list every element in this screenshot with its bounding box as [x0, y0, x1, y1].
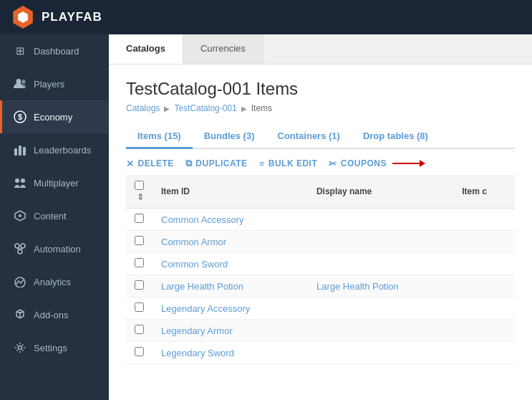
item-id-link-0[interactable]: Common Accessory [161, 214, 244, 225]
delete-icon: ✕ [126, 158, 135, 169]
duplicate-button[interactable]: ⧉ DUPLICATE [185, 158, 248, 169]
row-display-name-4 [308, 297, 453, 320]
row-item-class-1 [453, 231, 515, 253]
sidebar-item-multiplayer[interactable]: Multiplayer [0, 166, 109, 199]
row-checkbox-0[interactable] [135, 214, 144, 223]
row-checkbox-2[interactable] [135, 258, 144, 267]
row-item-id-4: Legendary Accessory [153, 297, 308, 320]
tab-currencies[interactable]: Currencies [183, 34, 263, 64]
sub-tab-bundles[interactable]: Bundles (3) [193, 125, 266, 149]
select-all-checkbox[interactable] [135, 181, 144, 190]
sub-tab-droptables[interactable]: Drop tables (8) [352, 125, 440, 149]
row-checkbox-6[interactable] [135, 347, 144, 356]
toolbar: ✕ DELETE ⧉ DUPLICATE ≡ BULK EDIT ✂ COUPO… [126, 149, 515, 175]
duplicate-label: DUPLICATE [195, 158, 247, 168]
row-item-id-1: Common Armor [153, 231, 308, 253]
table-body: Common Accessory Common Armor Common Swo… [126, 209, 515, 364]
row-display-name-1 [308, 231, 453, 253]
row-item-class-5 [453, 320, 515, 342]
svg-point-11 [21, 244, 25, 248]
row-checkbox-1[interactable] [135, 236, 144, 245]
row-checkbox-3[interactable] [135, 280, 144, 290]
tab-catalogs[interactable]: Catalogs [109, 34, 183, 64]
sidebar-item-automation[interactable]: Automation [0, 232, 109, 265]
addons-icon [14, 308, 26, 321]
leaderboards-icon [14, 143, 26, 156]
multiplayer-icon [14, 176, 26, 189]
row-checkbox-5[interactable] [135, 325, 144, 334]
analytics-icon [14, 275, 26, 288]
main-layout: ⊞ Dashboard Players $ E [0, 34, 532, 400]
row-display-name-6 [308, 342, 453, 364]
page-content: TestCatalog-001 Items Catalogs ▶ TestCat… [109, 65, 532, 400]
row-display-name-2 [308, 253, 453, 275]
item-id-link-3[interactable]: Large Health Potion [161, 281, 243, 292]
svg-point-1 [22, 80, 26, 84]
row-item-class-0 [453, 209, 515, 231]
table-row: Common Sword [126, 253, 515, 275]
coupons-button[interactable]: ✂ COUPONS [329, 158, 387, 169]
table-row: Common Armor [126, 231, 515, 253]
playfab-logo-icon [11, 6, 34, 29]
table-row: Legendary Sword [126, 342, 515, 364]
th-item-id[interactable]: Item ID [153, 175, 308, 209]
breadcrumb-sep-1: ▶ [164, 105, 170, 113]
item-id-link-6[interactable]: Legendary Sword [161, 348, 234, 358]
breadcrumb-items: Items [251, 103, 272, 113]
content-icon [14, 209, 26, 222]
sub-tab-containers[interactable]: Containers (1) [266, 125, 352, 149]
th-display-name-label: Display name [316, 186, 372, 196]
sidebar-label-economy: Economy [34, 112, 72, 123]
svg-point-7 [15, 178, 19, 183]
sidebar-item-settings[interactable]: Settings [0, 331, 109, 364]
row-item-id-6: Legendary Sword [153, 342, 308, 364]
sidebar-label-addons: Add-ons [34, 310, 68, 320]
svg-point-12 [18, 249, 22, 254]
breadcrumb-catalog-001[interactable]: TestCatalog-001 [174, 103, 236, 113]
svg-line-14 [20, 248, 23, 249]
item-id-link-2[interactable]: Common Sword [161, 259, 228, 270]
sidebar-item-players[interactable]: Players [0, 67, 109, 100]
sidebar-label-dashboard: Dashboard [34, 46, 79, 57]
content-area: Catalogs Currencies TestCatalog-001 Item… [109, 34, 532, 400]
top-header: PLAYFAB [0, 0, 532, 34]
sidebar-item-analytics[interactable]: Analytics [0, 265, 109, 298]
row-checkbox-4[interactable] [135, 303, 144, 312]
sidebar-label-content: Content [34, 211, 67, 222]
th-checkbox: ⇕ [126, 175, 153, 209]
delete-button[interactable]: ✕ DELETE [126, 158, 174, 169]
row-item-class-6 [453, 342, 515, 364]
row-display-name-5 [308, 320, 453, 342]
arrow-line [392, 163, 421, 164]
sidebar: ⊞ Dashboard Players $ E [0, 34, 109, 400]
sidebar-item-addons[interactable]: Add-ons [0, 298, 109, 331]
table-header-row: ⇕ Item ID Display name Item c [126, 175, 515, 209]
duplicate-icon: ⧉ [185, 158, 193, 169]
sidebar-item-content[interactable]: Content [0, 199, 109, 232]
item-id-link-1[interactable]: Common Armor [161, 237, 226, 247]
svg-rect-5 [19, 146, 21, 156]
sidebar-item-leaderboards[interactable]: Leaderboards [0, 133, 109, 166]
row-item-class-2 [453, 253, 515, 275]
svg-text:$: $ [18, 113, 22, 121]
sidebar-label-players: Players [34, 79, 64, 90]
sub-tab-items[interactable]: Items (15) [126, 125, 193, 149]
bulk-edit-button[interactable]: ≡ BULK EDIT [259, 158, 318, 169]
th-item-class-label: Item c [462, 186, 487, 196]
breadcrumb-catalogs[interactable]: Catalogs [126, 103, 160, 113]
table-row: Legendary Accessory [126, 297, 515, 320]
row-display-name-0 [308, 209, 453, 231]
item-id-link-5[interactable]: Legendary Armor [161, 325, 233, 336]
arrow-annotation [392, 163, 421, 164]
th-item-class: Item c [453, 175, 515, 209]
item-id-link-4[interactable]: Legendary Accessory [161, 303, 250, 314]
logo-text: PLAYFAB [42, 10, 102, 24]
row-item-class-3 [453, 275, 515, 297]
row-checkbox-cell [126, 275, 153, 297]
settings-icon [14, 341, 26, 354]
sidebar-item-economy[interactable]: $ Economy [0, 100, 109, 133]
row-item-id-3: Large Health Potion [153, 275, 308, 297]
sidebar-item-dashboard[interactable]: ⊞ Dashboard [0, 34, 109, 67]
row-checkbox-cell [126, 209, 153, 231]
th-display-name: Display name [308, 175, 453, 209]
